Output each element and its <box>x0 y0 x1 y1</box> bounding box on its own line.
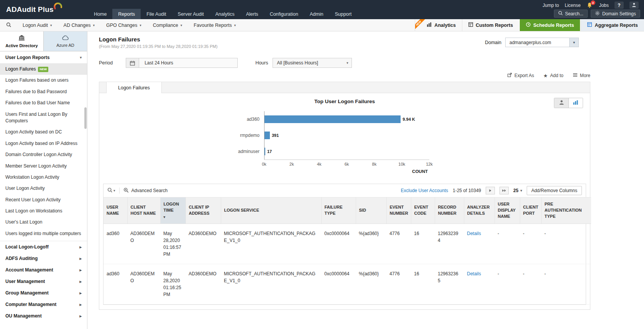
sidebar-group-adfs-auditing[interactable]: ADFS Auditing▸ <box>0 253 87 264</box>
new-ribbon: NEW <box>415 19 427 31</box>
add-to-button[interactable]: ★ Add to <box>543 73 563 78</box>
period-input[interactable]: Last 24 Hours <box>126 58 238 68</box>
nav-item-admin[interactable]: Admin <box>304 9 329 19</box>
app-logo[interactable]: ADAudit Plus <box>0 0 88 19</box>
report-search-button[interactable] <box>0 19 17 31</box>
add-remove-columns-button[interactable]: Add/Remove Columns <box>527 186 582 195</box>
column-header-event-code[interactable]: EVENT CODE <box>411 197 435 224</box>
topbar-utility-row: Jump to License 3 Jobs ? <box>88 0 644 9</box>
table-cell: May 28,2020 01:16:57 PM <box>160 224 186 264</box>
sidebar-item-workstation-logon-activity[interactable]: Workstation Logon Activity <box>0 172 87 183</box>
column-header-logon-time[interactable]: LOGON TIME▾ <box>160 197 186 224</box>
column-search-button[interactable]: ▾ <box>107 188 115 194</box>
sidebar-section-user-logon-reports[interactable]: User Logon Reports ▾ <box>0 51 87 64</box>
table-cell: MICROSOFT_AUTHENTICATION_PACKAGE_V1_0 <box>221 264 321 304</box>
column-header-sid[interactable]: SID <box>356 197 386 224</box>
sidebar-group-local-logon-logoff[interactable]: Local Logon-Logoff▸ <box>0 241 87 253</box>
page-size-select[interactable]: 25 ▾ <box>513 188 522 193</box>
nav-item-configuration[interactable]: Configuration <box>264 9 304 19</box>
notifications-button[interactable]: 3 <box>586 2 593 8</box>
schedule-reports-button[interactable]: Schedule Reports <box>520 19 580 31</box>
sidebar-group-group-management[interactable]: Group Management▸ <box>0 287 87 299</box>
exclude-user-accounts-link[interactable]: Exclude User Accounts <box>401 188 448 193</box>
sidebar-item-last-logon-on-workstations[interactable]: Last Logon on Workstations <box>0 206 87 217</box>
sidebar-item-label: Member Server Logon Activity <box>5 163 67 169</box>
user-menu-button[interactable] <box>629 2 639 9</box>
sidebar-item-logon-activity-based-on-ip-address[interactable]: Logon Activity based on IP Address <box>0 138 87 149</box>
next-page-button[interactable] <box>486 187 495 194</box>
page-size-value: 25 <box>513 188 518 193</box>
aggregate-reports-button[interactable]: Aggregate Reports <box>581 19 644 31</box>
chart-view-toggles <box>554 98 583 108</box>
column-header-analyzer-details[interactable]: ANALYZER DETAILS <box>464 197 495 224</box>
jobs-link[interactable]: Jobs <box>599 3 609 8</box>
sidebar-item-logon-failures[interactable]: Logon FailuresNEW <box>0 64 87 75</box>
sidebar-group-label: User Management <box>5 279 45 284</box>
export-as-button[interactable]: Export As <box>507 72 534 79</box>
column-header-pre-authentication-type[interactable]: PRE AUTHENTICATION TYPE <box>541 197 591 224</box>
sidebar-item-recent-user-logon-activity[interactable]: Recent User Logon Activity <box>0 194 87 206</box>
help-button[interactable]: ? <box>614 2 624 9</box>
tab-azure-ad[interactable]: Azure AD <box>44 31 87 51</box>
column-header-client-ip-address[interactable]: CLIENT IP ADDRESS <box>186 197 221 224</box>
calendar-icon[interactable] <box>126 58 139 67</box>
sidebar-item-users-logged-into-multiple-computers[interactable]: Users logged into multiple computers <box>0 228 87 239</box>
menu-ad-changes[interactable]: AD Changes▾ <box>58 19 100 31</box>
search-button[interactable]: Search... <box>554 10 588 18</box>
details-link[interactable]: Details <box>467 231 481 236</box>
tab-logon-failures[interactable]: Logon Failures <box>106 82 162 93</box>
sidebar-item-user-s-last-logon[interactable]: User's Last Logon <box>0 217 87 228</box>
user-view-toggle[interactable] <box>554 98 568 108</box>
main-nav: HomeReportsFile AuditServer AuditAnalyti… <box>88 9 357 19</box>
domain-select[interactable]: admanagerplus.com ▾ <box>505 38 579 47</box>
sidebar-item-failures-due-to-bad-user-name[interactable]: Failures due to Bad User Name <box>0 97 87 109</box>
nav-item-home[interactable]: Home <box>88 9 112 19</box>
tab-active-directory[interactable]: Active Directory <box>0 31 44 51</box>
sidebar-item-users-first-and-last-logon-by-computers[interactable]: Users First and Last Logon By Computers <box>0 109 87 127</box>
x-axis-ticks: 0k2k4k6k8k10k12k <box>264 162 429 168</box>
sidebar-group-account-management[interactable]: Account Management▸ <box>0 264 87 276</box>
menu-logon-audit[interactable]: Logon Audit▾ <box>17 19 58 31</box>
sidebar-item-label: Logon Activity based on DC <box>5 129 62 135</box>
sidebar-group-computer-management[interactable]: Computer Management▸ <box>0 299 87 310</box>
sidebar-group-ou-management[interactable]: OU Management▸ <box>0 310 87 322</box>
hours-label: Hours <box>255 60 268 66</box>
details-link[interactable]: Details <box>467 271 481 276</box>
nav-item-server-audit[interactable]: Server Audit <box>172 9 210 19</box>
menu-gpo-changes[interactable]: GPO Changes▾ <box>100 19 147 31</box>
chevron-down-icon: ▾ <box>181 23 182 27</box>
domain-settings-button[interactable]: Domain Settings <box>591 10 640 18</box>
advanced-search-button[interactable]: Advanced Search <box>123 188 168 194</box>
last-page-button[interactable] <box>499 187 509 194</box>
jump-to-link[interactable]: Jump to <box>543 3 559 8</box>
column-header-client-port[interactable]: CLIENT PORT <box>520 197 541 224</box>
custom-reports-button[interactable]: Custom Reports <box>462 19 519 31</box>
nav-item-support[interactable]: Support <box>329 9 357 19</box>
nav-item-analytics[interactable]: Analytics <box>210 9 240 19</box>
nav-item-file-audit[interactable]: File Audit <box>141 9 172 19</box>
column-header-user-name[interactable]: USER NAME <box>104 197 127 224</box>
column-header-user-display-name[interactable]: USER DISPLAY NAME <box>495 197 520 224</box>
sidebar-item-domain-controller-logon-activity[interactable]: Domain Controller Logon Activity <box>0 149 87 160</box>
nav-item-alerts[interactable]: Alerts <box>240 9 264 19</box>
sidebar-group-user-management[interactable]: User Management▸ <box>0 276 87 287</box>
column-header-failure-type[interactable]: FAILURE TYPE <box>321 197 356 224</box>
sidebar-item-user-logon-activity[interactable]: User Logon Activity <box>0 183 87 194</box>
sidebar-item-failures-due-to-bad-password[interactable]: Failures due to Bad Password <box>0 86 87 97</box>
license-link[interactable]: License <box>565 3 580 8</box>
sidebar-scrollbar[interactable] <box>84 107 87 129</box>
sidebar-item-logon-activity-based-on-dc[interactable]: Logon Activity based on DC <box>0 127 87 138</box>
sidebar-item-member-server-logon-activity[interactable]: Member Server Logon Activity <box>0 161 87 172</box>
nav-item-reports[interactable]: Reports <box>112 9 141 19</box>
more-button[interactable]: More <box>573 73 590 78</box>
menu-favourite-reports[interactable]: Favourite Reports▾ <box>188 19 242 31</box>
chart-view-toggle[interactable] <box>568 98 583 108</box>
menu-compliance[interactable]: Compliance▾ <box>147 19 188 31</box>
column-header-client-host-name[interactable]: CLIENT HOST NAME <box>127 197 160 224</box>
column-header-record-number[interactable]: RECORD NUMBER <box>435 197 464 224</box>
hours-select[interactable]: All [Business Hours] ▾ <box>273 58 352 68</box>
analytics-button[interactable]: NEW Analytics <box>415 19 462 31</box>
sidebar-item-logon-failures-based-on-users[interactable]: Logon Failures based on users <box>0 75 87 86</box>
column-header-logon-service[interactable]: LOGON SERVICE <box>221 197 321 224</box>
column-header-event-number[interactable]: EVENT NUMBER <box>386 197 411 224</box>
